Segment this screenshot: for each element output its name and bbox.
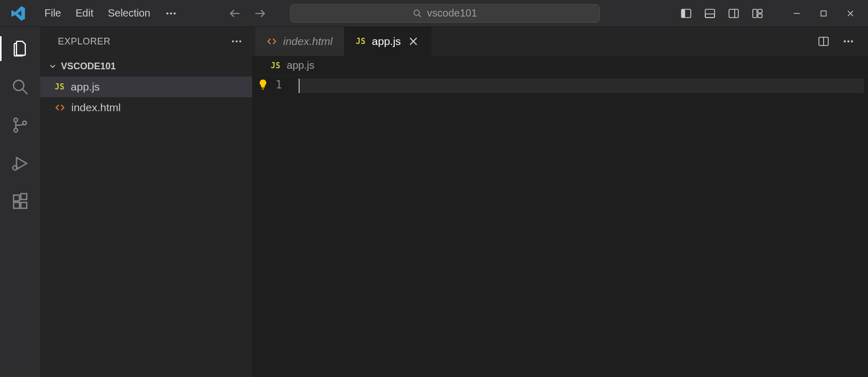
svg-point-1 [170, 12, 172, 14]
toggle-primary-sidebar-icon[interactable] [676, 3, 696, 24]
file-name: index.html [71, 101, 121, 114]
title-bar: File Edit Selection vscode101 [0, 0, 868, 27]
breadcrumb[interactable]: JS app.js [252, 56, 868, 76]
tab-app-js[interactable]: JS app.js [345, 27, 431, 56]
editor-more-icon[interactable] [838, 31, 859, 52]
file-tree-item-app-js[interactable]: JS app.js [40, 77, 252, 97]
explorer-sidebar: EXPLORER VSCODE101 JS app.js index.html [40, 27, 252, 377]
svg-rect-11 [753, 9, 757, 18]
current-line-highlight [298, 79, 864, 93]
chevron-down-icon [48, 61, 58, 71]
nav-back-icon[interactable] [226, 4, 244, 23]
customize-layout-icon[interactable] [747, 3, 768, 24]
svg-point-0 [166, 12, 168, 14]
window-controls [783, 3, 864, 24]
svg-point-21 [14, 128, 18, 132]
tab-bar: index.html JS app.js [252, 27, 868, 56]
tab-label: app.js [372, 35, 401, 48]
text-cursor [299, 79, 300, 93]
menu-file[interactable]: File [37, 4, 68, 22]
close-window-icon[interactable] [837, 3, 864, 24]
html-file-icon [55, 102, 65, 113]
js-file-icon: JS [271, 61, 281, 70]
activity-source-control-icon[interactable] [5, 110, 36, 141]
layout-controls [676, 3, 768, 24]
minimize-icon[interactable] [783, 3, 810, 24]
close-tab-icon[interactable] [407, 35, 420, 48]
svg-rect-9 [729, 9, 738, 18]
line-number-gutter: 1 [252, 76, 298, 377]
explorer-header: EXPLORER [40, 27, 252, 56]
explorer-title: EXPLORER [58, 36, 111, 47]
svg-point-31 [232, 40, 234, 42]
tab-label: index.html [283, 35, 333, 48]
svg-point-40 [851, 40, 853, 42]
activity-run-debug-icon[interactable] [5, 148, 36, 179]
svg-rect-13 [758, 14, 762, 18]
file-name: app.js [71, 81, 100, 93]
menu-edit[interactable]: Edit [68, 4, 100, 22]
svg-point-38 [844, 40, 846, 42]
menu-selection[interactable]: Selection [101, 4, 158, 22]
command-center-text: vscode101 [427, 7, 477, 19]
html-file-icon [267, 36, 277, 47]
lightbulb-icon[interactable] [257, 79, 269, 90]
vscode-logo-icon [9, 4, 28, 23]
svg-rect-7 [705, 9, 715, 18]
svg-point-33 [239, 40, 241, 42]
split-editor-icon[interactable] [813, 31, 834, 52]
svg-point-2 [174, 12, 176, 14]
activity-extensions-icon[interactable] [5, 186, 36, 217]
js-file-icon: JS [356, 37, 366, 46]
svg-point-32 [236, 40, 238, 42]
menu-more-icon[interactable] [158, 4, 184, 23]
maximize-icon[interactable] [810, 3, 837, 24]
svg-line-19 [23, 89, 27, 94]
svg-rect-15 [821, 11, 826, 16]
js-file-icon: JS [55, 82, 65, 92]
file-tree: JS app.js index.html [40, 77, 252, 118]
svg-point-18 [13, 80, 24, 91]
folder-section-header[interactable]: VSCODE101 [40, 56, 252, 77]
file-tree-item-index-html[interactable]: index.html [40, 97, 252, 118]
nav-arrows [226, 4, 269, 23]
activity-explorer-icon[interactable] [5, 33, 36, 64]
explorer-more-icon[interactable] [230, 35, 243, 48]
code-area[interactable] [298, 76, 868, 377]
editor-area: index.html JS app.js JS app.js [252, 27, 868, 377]
svg-point-20 [14, 118, 18, 122]
command-center[interactable]: vscode101 [290, 4, 600, 23]
svg-point-3 [414, 10, 420, 16]
svg-point-22 [23, 121, 26, 125]
editor-body[interactable]: 1 [252, 76, 868, 377]
svg-rect-6 [681, 9, 685, 18]
nav-forward-icon[interactable] [251, 4, 269, 23]
tab-index-html[interactable]: index.html [255, 27, 345, 56]
breadcrumb-label: app.js [287, 59, 314, 71]
svg-rect-29 [21, 202, 26, 208]
svg-rect-12 [758, 9, 762, 13]
toggle-secondary-sidebar-icon[interactable] [723, 3, 744, 24]
toggle-panel-icon[interactable] [700, 3, 720, 24]
svg-rect-30 [21, 193, 26, 199]
svg-line-4 [419, 14, 421, 17]
svg-rect-28 [13, 202, 19, 208]
svg-rect-27 [13, 195, 19, 201]
svg-point-39 [847, 40, 849, 42]
activity-search-icon[interactable] [5, 71, 36, 102]
folder-name: VSCODE101 [61, 61, 116, 72]
search-icon [413, 9, 422, 18]
activity-bar [0, 27, 40, 377]
svg-rect-8 [705, 14, 715, 18]
